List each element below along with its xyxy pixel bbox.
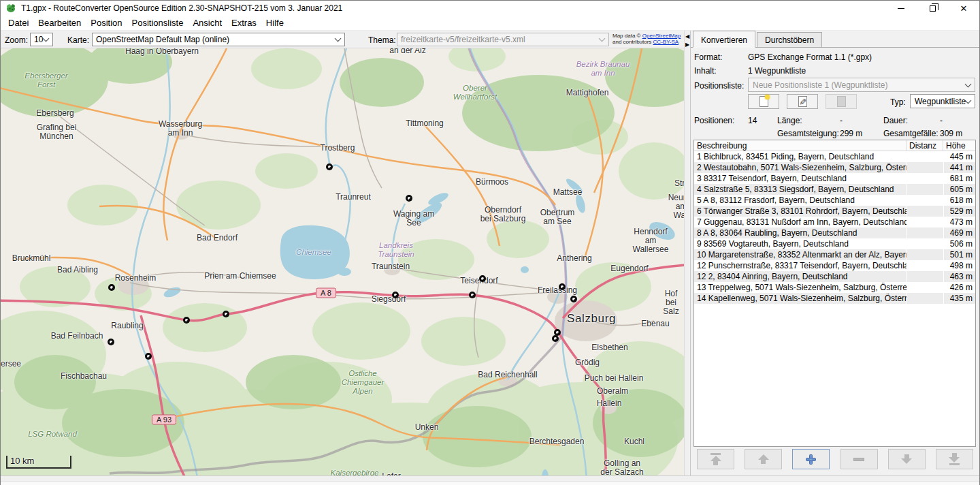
cell-beschreibung: 8 A 8, 83064 Raubling, Bayern, Deutschla…	[694, 228, 906, 238]
split-expand-right-icon[interactable]: ▶	[685, 42, 689, 48]
cell-beschreibung: 3 83317 Teisendorf, Bayern, Deutschland	[694, 173, 906, 184]
waypoint-marker-12[interactable]	[570, 296, 577, 302]
cell-hoehe: 605 m	[943, 184, 975, 195]
column-header-hoehe[interactable]: Höhe	[943, 140, 975, 151]
cell-hoehe: 463 m	[943, 271, 975, 282]
cell-beschreibung: 14 Kapellenweg, 5071 Wals-Siezenheim, Sa…	[694, 293, 906, 304]
cell-distanz	[906, 228, 943, 238]
cell-distanz	[906, 217, 943, 228]
format-label: Format:	[694, 52, 722, 62]
app-window: T1.gpx - RouteConverter OpenSource Editi…	[0, 0, 980, 485]
cell-hoehe: 529 m	[943, 206, 975, 217]
cell-beschreibung: 13 Treppelweg, 5071 Wals-Siezenheim, Sal…	[694, 282, 906, 293]
map-select[interactable]: OpenStreetMap Default Map (online)	[92, 33, 345, 46]
menu-extras[interactable]: Extras	[227, 16, 261, 29]
minimize-button[interactable]	[885, 1, 917, 16]
cell-beschreibung: 1 Bichlbruck, 83451 Piding, Bayern, Deut…	[694, 151, 906, 162]
format-value: GPS Exchange Format 1.1 (*.gpx)	[748, 52, 872, 62]
split-divider-vertical[interactable]: ◀ ▶	[684, 31, 691, 475]
waypoint-marker-11[interactable]	[559, 283, 566, 290]
close-button[interactable]: ✕	[948, 1, 979, 16]
table-row[interactable]: 13 Treppelweg, 5071 Wals-Siezenheim, Sal…	[694, 282, 975, 293]
waypoint-marker-1[interactable]	[326, 163, 333, 170]
menu-hilfe[interactable]: Hilfe	[261, 16, 289, 29]
menu-positionsliste[interactable]: Positionsliste	[127, 16, 189, 29]
table-row[interactable]: 7 Guggenau, 83131 Nußdorf am Inn, Bayern…	[694, 217, 975, 228]
cell-hoehe: 469 m	[943, 228, 975, 238]
column-header-distanz[interactable]: Distanz	[906, 140, 943, 151]
table-row[interactable]: 4 Salzstraße 5, 83313 Siegsdorf, Bayern,…	[694, 184, 975, 195]
move-down-icon	[901, 454, 912, 464]
maximize-button[interactable]	[917, 1, 948, 16]
gesamtgefaelle-value: 309 m	[940, 129, 962, 138]
delete-list-icon	[837, 96, 846, 107]
license-link[interactable]: CC-BY-SA	[653, 39, 679, 45]
zoom-select[interactable]: 10	[30, 33, 53, 46]
tab-konvertieren[interactable]: Konvertieren	[693, 31, 755, 48]
table-row[interactable]: 12 2, 83404 Ainring, Bayern, Deutschland…	[694, 271, 975, 282]
waypoint-marker-5[interactable]	[183, 317, 190, 324]
chevron-down-icon	[963, 95, 973, 108]
table-row[interactable]: 3 83317 Teisendorf, Bayern, Deutschland6…	[694, 173, 975, 184]
waypoint-marker-7[interactable]	[145, 353, 152, 360]
dauer-value: -	[940, 116, 943, 125]
gesamtsteigung-value: 299 m	[840, 129, 862, 138]
gesamtsteigung-label: Gesamtsteigung:	[777, 129, 839, 138]
title-bar: T1.gpx - RouteConverter OpenSource Editi…	[1, 1, 979, 16]
waypoint-marker-2[interactable]	[406, 195, 412, 202]
map-scale-bar: 10 km	[6, 456, 71, 469]
waypoint-marker-4[interactable]	[223, 311, 229, 317]
table-row[interactable]: 2 Westautobahn, 5071 Wals-Siezenheim, Sa…	[694, 162, 975, 173]
cell-hoehe: 435 m	[943, 293, 975, 304]
waypoint-marker-3[interactable]	[108, 284, 115, 291]
tab-durchstoebern[interactable]: Durchstöbern	[757, 32, 822, 47]
cell-beschreibung: 12 Punschernstraße, 83317 Teisendorf, Ba…	[694, 260, 906, 271]
chevron-down-icon	[597, 33, 607, 46]
cell-distanz	[906, 238, 943, 249]
split-divider-horizontal[interactable]: ▲▼	[1, 475, 979, 481]
cell-hoehe: 506 m	[943, 238, 975, 249]
map-canvas[interactable]: 10 km Haag in Oberbayernan der AlzEbersb…	[1, 48, 684, 475]
waypoint-marker-8[interactable]	[392, 292, 399, 298]
road-badge-a-8: A 8	[316, 288, 336, 298]
cell-hoehe: 618 m	[943, 195, 975, 206]
add-position-button[interactable]	[792, 449, 830, 469]
rename-list-icon	[798, 96, 807, 107]
menu-ansicht[interactable]: Ansicht	[188, 16, 227, 29]
cell-beschreibung: 12 2, 83404 Ainring, Bayern, Deutschland	[694, 271, 906, 282]
rename-positionlist-button[interactable]	[787, 94, 818, 109]
typ-select[interactable]: Wegpunktliste	[910, 94, 975, 108]
table-row[interactable]: 10 Margaretenstraße, 83352 Altenmarkt an…	[694, 249, 975, 260]
waypoint-marker-6[interactable]	[108, 339, 114, 345]
positionsliste-value: Neue Positionsliste 1 (Wegpunktliste)	[753, 80, 888, 90]
table-row[interactable]: 14 Kapellenweg, 5071 Wals-Siezenheim, Sa…	[694, 293, 975, 304]
positions-table-body: 1 Bichlbruck, 83451 Piding, Bayern, Deut…	[694, 151, 975, 304]
cell-beschreibung: 4 Salzstraße 5, 83313 Siegsdorf, Bayern,…	[694, 184, 906, 195]
delete-positionlist-button	[826, 94, 857, 109]
column-header-beschreibung[interactable]: Beschreibung	[694, 140, 906, 151]
table-row[interactable]: 8 A 8, 83064 Raubling, Bayern, Deutschla…	[694, 228, 975, 238]
waypoint-marker-10[interactable]	[479, 275, 486, 282]
table-row[interactable]: 12 Punschernstraße, 83317 Teisendorf, Ba…	[694, 260, 975, 271]
table-row[interactable]: 6 Törwanger Straße 3, 83101 Rohrdorf, Ba…	[694, 206, 975, 217]
menu-position[interactable]: Position	[86, 16, 127, 29]
menu-datei[interactable]: Datei	[3, 16, 33, 29]
openstreetmap-link[interactable]: OpenStreetMap	[642, 33, 681, 39]
cell-distanz	[906, 162, 943, 173]
move-to-bottom-button	[936, 449, 973, 469]
table-row[interactable]: 9 83569 Vogtareuth, Bayern, Deutschland5…	[694, 238, 975, 249]
laenge-value: -	[840, 116, 843, 125]
waypoint-marker-14[interactable]	[552, 335, 559, 342]
table-row[interactable]: 5 A 8, 83112 Frasdorf, Bayern, Deutschla…	[694, 195, 975, 206]
table-row[interactable]: 1 Bichlbruck, 83451 Piding, Bayern, Deut…	[694, 151, 975, 162]
split-collapse-left-icon[interactable]: ◀	[685, 34, 689, 40]
maximize-icon	[930, 5, 936, 12]
new-positionlist-button[interactable]	[748, 94, 779, 109]
window-controls: ✕	[885, 1, 979, 16]
positions-table-header: Beschreibung Distanz Höhe	[694, 140, 975, 151]
menu-bearbeiten[interactable]: Bearbeiten	[33, 16, 86, 29]
map-select-value: OpenStreetMap Default Map (online)	[96, 35, 229, 44]
theme-select-value: freizeitkarte-v5/freizeitkarte-v5.xml	[401, 35, 525, 44]
typ-label: Typ:	[890, 97, 906, 107]
waypoint-marker-9[interactable]	[469, 292, 476, 298]
